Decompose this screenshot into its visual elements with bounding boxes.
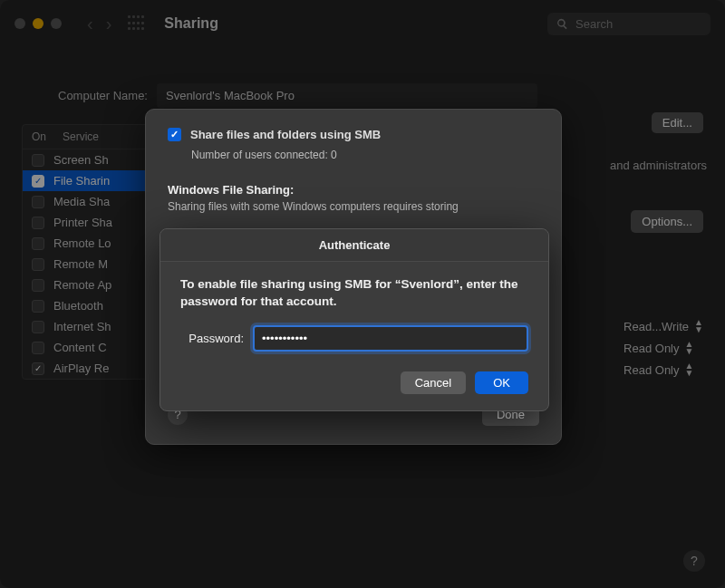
checkbox[interactable] [32, 258, 44, 271]
detail-desc-tail: and administrators [610, 157, 707, 175]
smb-checkbox-row[interactable]: ✓ Share files and folders using SMB [168, 128, 539, 141]
password-label: Password: [180, 332, 244, 345]
checkbox-icon[interactable]: ✓ [168, 128, 181, 141]
checkbox[interactable]: ✓ [32, 362, 44, 375]
show-all-icon[interactable] [128, 15, 144, 32]
back-button[interactable]: ‹ [87, 14, 93, 34]
ok-button[interactable]: OK [475, 371, 528, 394]
traffic-lights [14, 18, 62, 29]
options-button[interactable]: Options... [631, 210, 703, 233]
search-field[interactable]: Search [547, 13, 710, 35]
password-input[interactable] [253, 325, 528, 352]
updown-icon: ▲▼ [694, 319, 703, 333]
minimize-button[interactable] [33, 18, 44, 29]
titlebar: ‹ › Sharing Search [0, 0, 725, 47]
zoom-button[interactable] [51, 18, 62, 29]
checkbox[interactable] [32, 196, 44, 208]
permissions-list: Read...Write▲▼ Read Only▲▼ Read Only▲▼ [624, 319, 703, 377]
users-connected: Number of users connected: 0 [191, 149, 539, 161]
checkbox[interactable] [32, 237, 44, 250]
checkbox[interactable]: ✓ [32, 175, 44, 188]
help-button[interactable]: ? [683, 550, 705, 572]
updown-icon: ▲▼ [685, 341, 694, 355]
search-placeholder: Search [575, 17, 613, 31]
auth-buttons: Cancel OK [160, 352, 548, 394]
forward-button[interactable]: › [106, 14, 112, 34]
computer-name-row: Computer Name: [58, 83, 703, 108]
authenticate-dialog: Authenticate To enable file sharing usin… [160, 228, 549, 411]
checkbox[interactable] [32, 154, 44, 167]
wfs-title: Windows File Sharing: [168, 183, 539, 197]
auth-message: To enable file sharing using SMB for “Sv… [160, 262, 548, 314]
password-row: Password: [160, 314, 548, 352]
preferences-window: ‹ › Sharing Search Computer Name: Edit..… [0, 0, 725, 588]
window-title: Sharing [164, 15, 218, 32]
perm-row[interactable]: Read Only▲▼ [624, 341, 703, 355]
auth-title: Authenticate [160, 229, 548, 262]
checkbox[interactable] [32, 279, 44, 292]
smb-label: Share files and folders using SMB [190, 128, 381, 141]
search-icon [556, 18, 568, 30]
checkbox[interactable] [32, 321, 44, 333]
computer-name-input[interactable] [157, 83, 537, 108]
checkbox[interactable] [32, 300, 44, 313]
cancel-button[interactable]: Cancel [401, 371, 466, 394]
checkbox[interactable] [32, 342, 44, 354]
wfs-desc: Sharing files with some Windows computer… [168, 200, 539, 213]
computer-name-label: Computer Name: [58, 89, 148, 102]
header-service: Service [63, 130, 99, 143]
header-on: On [32, 130, 63, 143]
perm-row[interactable]: Read...Write▲▼ [624, 319, 703, 333]
perm-row[interactable]: Read Only▲▼ [624, 362, 703, 377]
nav-arrows: ‹ › [87, 14, 111, 34]
updown-icon: ▲▼ [685, 362, 694, 377]
checkbox[interactable] [32, 217, 44, 229]
close-button[interactable] [14, 18, 25, 29]
